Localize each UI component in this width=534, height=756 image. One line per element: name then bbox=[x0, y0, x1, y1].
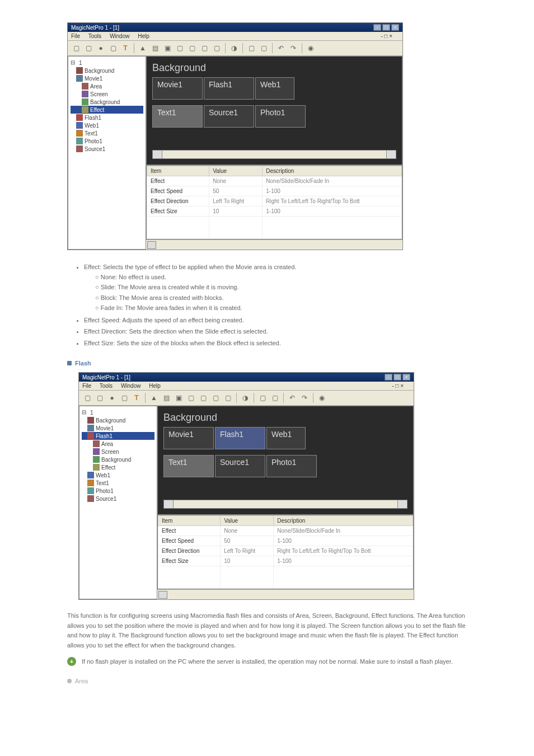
minimize-btn[interactable]: - bbox=[373, 24, 381, 31]
grid-row-effect[interactable]: Effect None None/Slide/Block/Fade In bbox=[147, 176, 402, 186]
tb-icon-redo[interactable]: ↷ bbox=[299, 393, 310, 403]
tb-icon-t[interactable]: T bbox=[132, 393, 142, 403]
maximize-btn[interactable]: □ bbox=[382, 24, 390, 31]
menu-window[interactable]: Window bbox=[121, 383, 141, 389]
region-flash[interactable]: Flash1 bbox=[204, 77, 254, 100]
menu-file[interactable]: File bbox=[82, 383, 91, 389]
grid-row-speed[interactable]: Effect Speed 50 1-100 bbox=[147, 186, 402, 196]
tb-icon-8[interactable]: ▢ bbox=[186, 393, 196, 403]
region-text[interactable]: Text1 bbox=[152, 105, 203, 128]
window-control-inner[interactable]: - □ × bbox=[381, 33, 392, 39]
tb-icon-9[interactable]: ▢ bbox=[198, 393, 208, 403]
tb-icon-5[interactable]: ▲ bbox=[149, 393, 159, 403]
grid-header-desc[interactable]: Description bbox=[263, 166, 402, 176]
tb-icon-12[interactable]: ◑ bbox=[229, 43, 239, 53]
tree-screen[interactable]: Screen bbox=[82, 448, 154, 456]
tb-icon-11[interactable]: ▢ bbox=[223, 393, 233, 403]
tb-icon-undo[interactable]: ↶ bbox=[287, 393, 297, 403]
grid-header-item[interactable]: Item bbox=[158, 516, 221, 526]
scrollbar-h[interactable] bbox=[152, 150, 396, 159]
tree-web[interactable]: Web1 bbox=[71, 121, 143, 129]
tb-icon-10[interactable]: ▢ bbox=[210, 393, 221, 403]
tb-icon-12[interactable]: ◑ bbox=[240, 393, 250, 403]
scrollbar-h[interactable] bbox=[163, 500, 407, 509]
region-flash-selected[interactable]: Flash1 bbox=[215, 427, 265, 449]
region-movie[interactable]: Movie1 bbox=[152, 77, 203, 100]
grid-header-value[interactable]: Value bbox=[209, 166, 263, 176]
tree-movie[interactable]: Movie1 bbox=[82, 424, 154, 432]
tb-icon-t[interactable]: T bbox=[120, 43, 130, 53]
tree-movie[interactable]: Movie1 bbox=[71, 74, 143, 82]
tree-flash-selected[interactable]: Flash1 bbox=[82, 432, 154, 440]
menu-file[interactable]: File bbox=[71, 33, 80, 39]
close-btn[interactable]: × bbox=[402, 374, 410, 381]
tb-icon-3[interactable]: ● bbox=[107, 393, 117, 403]
tree-background[interactable]: Background bbox=[71, 67, 143, 74]
tb-icon-11[interactable]: ▢ bbox=[212, 43, 222, 53]
tb-icon-1[interactable]: ▢ bbox=[71, 43, 81, 53]
grid-row-direction[interactable]: Effect Direction Left To Right Right To … bbox=[147, 196, 402, 206]
region-photo[interactable]: Photo1 bbox=[255, 105, 306, 128]
region-web[interactable]: Web1 bbox=[255, 77, 294, 100]
tb-icon-4[interactable]: ▢ bbox=[108, 43, 118, 53]
menu-tools[interactable]: Tools bbox=[88, 33, 101, 39]
close-btn[interactable]: × bbox=[391, 24, 399, 31]
tree-bg2[interactable]: Background bbox=[71, 98, 143, 106]
tb-icon-2[interactable]: ▢ bbox=[95, 393, 105, 403]
tree-background[interactable]: Background bbox=[82, 416, 154, 424]
grid-row-speed[interactable]: Effect Speed 50 1-100 bbox=[158, 536, 413, 546]
tb-icon-9[interactable]: ▢ bbox=[187, 43, 197, 53]
tb-icon-14[interactable]: ▢ bbox=[259, 43, 269, 53]
tb-icon-3[interactable]: ● bbox=[96, 43, 106, 53]
grid-header-desc[interactable]: Description bbox=[274, 516, 413, 526]
grid-row-size[interactable]: Effect Size 10 1-100 bbox=[158, 556, 413, 566]
tb-icon-6[interactable]: ▤ bbox=[150, 43, 160, 53]
tb-icon-10[interactable]: ▢ bbox=[199, 43, 209, 53]
tree-root[interactable]: ⊟1 bbox=[82, 408, 154, 416]
tb-icon-15[interactable]: ◉ bbox=[317, 393, 327, 403]
tb-icon-redo[interactable]: ↷ bbox=[288, 43, 298, 53]
minimize-btn[interactable]: - bbox=[385, 374, 392, 381]
tree-source[interactable]: Source1 bbox=[71, 145, 143, 153]
tree-area[interactable]: Area bbox=[82, 440, 154, 448]
tb-icon-7[interactable]: ▣ bbox=[162, 43, 172, 53]
tree-effect-selected[interactable]: Effect bbox=[71, 106, 143, 114]
grid-header-value[interactable]: Value bbox=[221, 516, 274, 526]
region-source[interactable]: Source1 bbox=[215, 455, 265, 477]
tb-icon-5[interactable]: ▲ bbox=[138, 43, 148, 53]
tb-icon-13[interactable]: ▢ bbox=[246, 43, 256, 53]
tree-screen[interactable]: Screen bbox=[71, 90, 143, 98]
tree-root[interactable]: ⊟1 bbox=[71, 59, 143, 67]
menu-tools[interactable]: Tools bbox=[100, 383, 113, 389]
grid-row-direction[interactable]: Effect Direction Left To Right Right To … bbox=[158, 546, 413, 556]
region-web[interactable]: Web1 bbox=[266, 427, 306, 449]
tree-source[interactable]: Source1 bbox=[82, 495, 154, 503]
tb-icon-1[interactable]: ▢ bbox=[82, 393, 92, 403]
tb-icon-14[interactable]: ▢ bbox=[270, 393, 280, 403]
menu-window[interactable]: Window bbox=[110, 33, 130, 39]
region-source[interactable]: Source1 bbox=[204, 105, 254, 128]
menu-help[interactable]: Help bbox=[149, 383, 161, 389]
region-movie[interactable]: Movie1 bbox=[163, 427, 214, 449]
tree-web[interactable]: Web1 bbox=[82, 471, 154, 479]
tree-photo[interactable]: Photo1 bbox=[82, 487, 154, 495]
tree-photo[interactable]: Photo1 bbox=[71, 137, 143, 145]
tb-icon-undo[interactable]: ↶ bbox=[276, 43, 286, 53]
tb-icon-6[interactable]: ▤ bbox=[161, 393, 171, 403]
window-control-inner[interactable]: - □ × bbox=[392, 383, 404, 389]
tree-text[interactable]: Text1 bbox=[71, 129, 143, 137]
tb-icon-8[interactable]: ▢ bbox=[175, 43, 185, 53]
tb-icon-13[interactable]: ▢ bbox=[257, 393, 268, 403]
menu-help[interactable]: Help bbox=[138, 33, 149, 39]
grid-header-item[interactable]: Item bbox=[147, 166, 209, 176]
grid-row-effect[interactable]: Effect None None/Slide/Block/Fade In bbox=[158, 526, 413, 536]
tb-icon-2[interactable]: ▢ bbox=[83, 43, 93, 53]
tree-flash[interactable]: Flash1 bbox=[71, 114, 143, 121]
region-photo[interactable]: Photo1 bbox=[266, 455, 317, 477]
grid-row-size[interactable]: Effect Size 10 1-100 bbox=[147, 206, 402, 217]
maximize-btn[interactable]: □ bbox=[394, 374, 401, 381]
tb-icon-4[interactable]: ▢ bbox=[119, 393, 129, 403]
tree-area[interactable]: Area bbox=[71, 82, 143, 90]
tb-icon-15[interactable]: ◉ bbox=[306, 43, 316, 53]
region-text[interactable]: Text1 bbox=[163, 455, 214, 477]
